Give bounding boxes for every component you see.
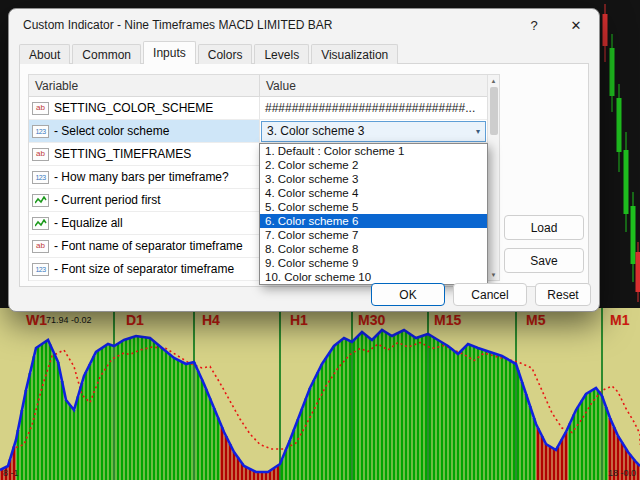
chevron-down-icon: ▾: [476, 127, 485, 136]
tab-levels[interactable]: Levels: [254, 44, 309, 64]
dropdown-item-6[interactable]: 6. Color scheme 6: [260, 214, 487, 228]
tab-inputs[interactable]: Inputs: [143, 41, 196, 64]
scale-text-left: 8 -1: [3, 468, 19, 478]
tab-common[interactable]: Common: [72, 44, 141, 64]
input-label: - Current period first: [54, 193, 161, 207]
scrollbar-thumb[interactable]: [490, 87, 498, 135]
123-icon: 123: [32, 125, 49, 138]
dropdown-item-10[interactable]: 10. Color scheme 10: [260, 270, 487, 284]
input-label: SETTING_COLOR_SCHEME: [54, 101, 213, 115]
dropdown-item-5[interactable]: 5. Color scheme 5: [260, 200, 487, 214]
dropdown-item-1[interactable]: 1. Default : Color scheme 1: [260, 144, 487, 158]
chart-icon: [32, 194, 49, 207]
input-value[interactable]: ##############################...: [259, 97, 487, 120]
scroll-up-icon[interactable]: ▲: [488, 75, 499, 86]
tab-colors[interactable]: Colors: [198, 44, 253, 64]
tab-visualization[interactable]: Visualization: [311, 44, 398, 64]
dialog-footer: OK Cancel Reset: [371, 283, 591, 306]
ab-icon: ab: [32, 102, 49, 115]
scale-text-right: 18 -0.0: [608, 468, 636, 478]
input-label: - Font name of separator timeframe: [54, 239, 243, 253]
dropdown-item-2[interactable]: 2. Color scheme 2: [260, 158, 487, 172]
macd-histogram: [0, 308, 640, 480]
123-icon: 123: [32, 171, 49, 184]
dropdown-item-9[interactable]: 9. Color scheme 9: [260, 256, 487, 270]
input-label: SETTING_TIMEFRAMES: [54, 147, 191, 161]
ab-icon: ab: [32, 240, 49, 253]
candlesticks: [600, 0, 640, 308]
combobox-value: 3. Color scheme 3: [267, 124, 364, 138]
input-label: - Font size of separator timeframe: [54, 262, 234, 276]
dropdown-item-4[interactable]: 4. Color scheme 4: [260, 186, 487, 200]
table-header: Variable Value: [29, 75, 487, 97]
macd-indicator-panel: W1D1H4H1M30M15M5M1 71.94 -0.02 8 -1 18 -…: [0, 308, 640, 480]
help-button[interactable]: ?: [513, 10, 555, 40]
input-label: - How many bars per timeframe?: [54, 170, 229, 184]
123-icon: 123: [32, 263, 49, 276]
column-header-value: Value: [259, 75, 487, 96]
color-scheme-combobox[interactable]: 3. Color scheme 3▾: [261, 121, 486, 142]
chart-icon: [32, 217, 49, 230]
scroll-down-icon[interactable]: ▼: [488, 269, 499, 280]
input-row-1[interactable]: abSETTING_COLOR_SCHEME##################…: [29, 97, 487, 120]
screen: W1D1H4H1M30M15M5M1 71.94 -0.02 8 -1 18 -…: [0, 0, 640, 480]
load-button[interactable]: Load: [504, 215, 584, 240]
input-label: - Equalize all: [54, 216, 123, 230]
input-row-2[interactable]: 123- Select color scheme3. Color scheme …: [29, 120, 487, 143]
dropdown-item-8[interactable]: 8. Color scheme 8: [260, 242, 487, 256]
custom-indicator-dialog: Custom Indicator - Nine Timeframes MACD …: [8, 8, 600, 312]
color-scheme-dropdown-list[interactable]: 1. Default : Color scheme 12. Color sche…: [259, 143, 488, 285]
reset-button[interactable]: Reset: [535, 283, 591, 306]
indicator-value-text: 71.94 -0.02: [46, 315, 92, 325]
dropdown-item-7[interactable]: 7. Color scheme 7: [260, 228, 487, 242]
tab-strip: AboutCommonInputsColorsLevelsVisualizati…: [19, 41, 400, 64]
column-header-variable: Variable: [29, 79, 259, 93]
dialog-titlebar[interactable]: Custom Indicator - Nine Timeframes MACD …: [9, 9, 599, 41]
tab-about[interactable]: About: [19, 44, 70, 64]
input-label: - Select color scheme: [54, 124, 169, 138]
save-button[interactable]: Save: [504, 248, 584, 273]
dropdown-item-3[interactable]: 3. Color scheme 3: [260, 172, 487, 186]
close-icon[interactable]: ✕: [555, 10, 597, 40]
ok-button[interactable]: OK: [371, 283, 445, 306]
table-scrollbar[interactable]: ▲ ▼: [487, 75, 499, 280]
dialog-title: Custom Indicator - Nine Timeframes MACD …: [9, 18, 513, 32]
ab-icon: ab: [32, 148, 49, 161]
cancel-button[interactable]: Cancel: [453, 283, 527, 306]
